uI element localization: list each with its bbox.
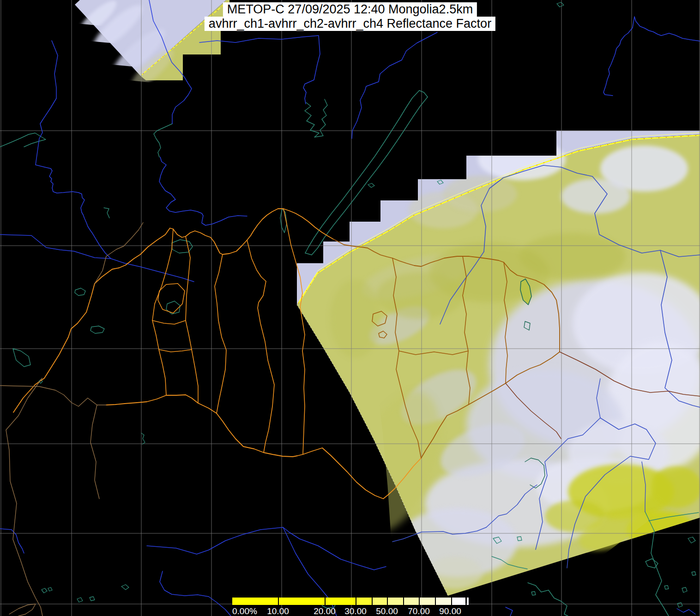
cloud-patch [651,466,700,508]
colorbar: 0.00%10.0020.0030.0050.0070.0090.00 [232,598,469,605]
cloud-patch [443,175,517,212]
satellite-viewer: METOP-C 27/09/2025 12:40 Mongolia2.5km a… [0,0,700,616]
colorbar-label: 20.00 [314,606,336,616]
colorbar-label: 30.00 [344,606,367,616]
cloud-patch [330,279,381,358]
map-title: METOP-C 27/09/2025 12:40 Mongolia2.5km a… [205,2,495,31]
satellite-map-canvas [0,0,700,616]
colorbar-segment [435,598,451,605]
colorbar-segment [325,598,356,605]
colorbar-segment [387,598,403,605]
colorbar-segment [403,598,419,605]
colorbar-segment [232,598,278,605]
colorbar-label: 90.00 [439,606,461,616]
cloud-patch [376,272,464,319]
colorbar-label: 70.00 [408,606,430,616]
map-title-line1: METOP-C 27/09/2025 12:40 Mongolia2.5km [223,2,477,17]
colorbar-label: 50.00 [376,606,398,616]
colorbar-label: 10.00 [267,606,289,616]
cloud-patch [561,179,630,214]
colorbar-segment [451,598,465,605]
colorbar-segment [419,598,435,605]
map-title-line2: avhrr_ch1-avhrr_ch2-avhrr_ch4 Reflectanc… [205,17,495,31]
colorbar-label: 0.00% [232,606,257,616]
colorbar-segment [467,598,469,605]
colorbar-segment [356,598,372,605]
colorbar-segment [372,598,387,605]
colorbar-segment [278,598,325,605]
